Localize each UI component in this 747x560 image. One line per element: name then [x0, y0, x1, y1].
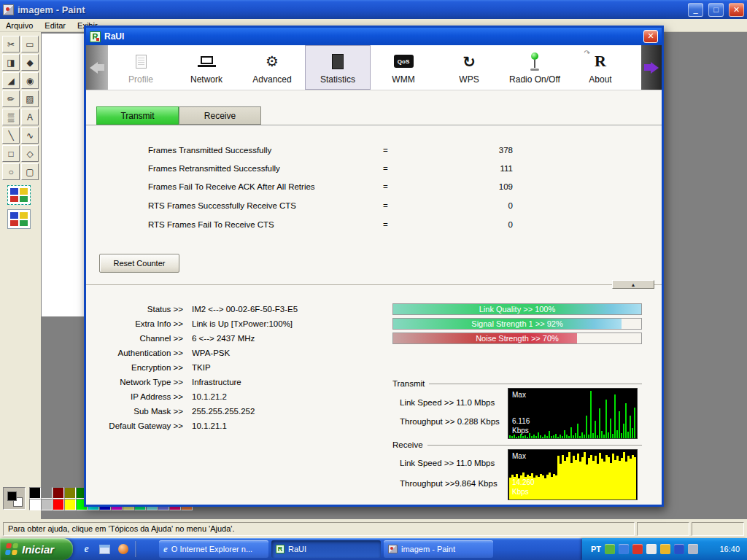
show-desktop-icon[interactable] — [98, 543, 111, 556]
minimize-button[interactable]: _ — [688, 3, 703, 17]
receive-max-value: 14.260 Kbps — [512, 478, 535, 497]
clipart-object-selected[interactable] — [7, 185, 31, 205]
start-button[interactable]: Iniciar — [0, 538, 73, 560]
chart-bar — [516, 437, 517, 438]
paint-tool-button[interactable]: ▭ — [21, 36, 39, 52]
paint-tool-button[interactable]: ◢ — [2, 72, 20, 89]
maximize-button[interactable]: □ — [708, 3, 724, 17]
paint-tool-button[interactable]: ╲ — [2, 127, 20, 144]
toolbar-scroll-left-button[interactable] — [86, 45, 108, 90]
language-indicator[interactable]: PT — [591, 545, 601, 553]
chart-bar — [616, 430, 618, 438]
paint-titlebar[interactable]: imagem - Paint _ □ ✕ — [0, 0, 747, 19]
paint-tool-button[interactable]: ◆ — [21, 54, 39, 71]
paint-app-icon — [388, 545, 398, 553]
toolbar-wps[interactable]: ↻ WPS — [436, 45, 502, 90]
tray-icon[interactable] — [674, 544, 684, 554]
chart-bar — [592, 433, 594, 438]
current-colors-indicator — [3, 487, 26, 510]
collapse-panel-button[interactable]: ▲ — [612, 280, 654, 289]
toolbar-wmm[interactable]: QoS WMM — [371, 45, 436, 90]
color-swatch[interactable] — [53, 499, 64, 510]
chart-bar — [621, 433, 622, 438]
tray-icon[interactable] — [660, 544, 670, 554]
tray-icon[interactable] — [619, 544, 629, 554]
paint-tool-button[interactable]: A — [21, 109, 39, 125]
tab-receive[interactable]: Receive — [179, 106, 261, 125]
start-button-label: Iniciar — [22, 543, 54, 556]
tray-icon[interactable] — [688, 544, 698, 554]
toolbar-profile[interactable]: Profile — [108, 45, 174, 90]
stat-equals: = — [383, 182, 388, 191]
paint-tool-button[interactable]: ○ — [2, 163, 20, 180]
color-swatch[interactable] — [53, 487, 64, 499]
clipart-fragment — [10, 188, 18, 195]
tray-icon[interactable] — [605, 544, 615, 554]
close-button[interactable]: ✕ — [729, 3, 744, 17]
tray-icon[interactable] — [646, 544, 657, 554]
chart-bar — [605, 400, 607, 438]
paint-tool-button[interactable]: ◨ — [2, 54, 20, 71]
chart-bar — [612, 434, 614, 438]
chart-bar — [625, 403, 627, 438]
raui-close-button[interactable]: ✕ — [643, 30, 658, 43]
color-swatch[interactable] — [29, 499, 41, 510]
clipart-fragment — [10, 196, 18, 203]
toolbar-advanced[interactable]: ⚙ Advanced — [239, 45, 305, 90]
status-cell — [692, 522, 744, 536]
toolbar-network[interactable]: Network — [174, 45, 239, 90]
chart-bar — [614, 394, 616, 438]
internet-explorer-icon[interactable]: e — [80, 543, 93, 556]
reset-counter-button[interactable]: Reset Counter — [99, 254, 179, 273]
color-swatch[interactable] — [41, 499, 53, 510]
chart-bar — [551, 436, 552, 438]
tray-icon[interactable] — [632, 544, 643, 554]
paint-tool-button[interactable]: ▢ — [21, 163, 39, 180]
transmit-max-label: Max — [512, 391, 526, 399]
stat-label: Frames Retransmitted Successfully — [148, 164, 280, 173]
chart-bar — [595, 421, 596, 438]
toolbar-scroll-right-button[interactable] — [641, 45, 662, 90]
color-swatch[interactable] — [64, 499, 76, 510]
toolbar-network-label: Network — [190, 74, 222, 85]
windows-logo-icon — [5, 543, 18, 555]
taskbar-clock[interactable]: 16:40 — [719, 545, 740, 553]
clipart-object[interactable] — [7, 209, 31, 229]
chart-bar — [579, 436, 581, 438]
chart-bar — [540, 435, 541, 438]
paint-tool-button[interactable]: ◉ — [21, 72, 39, 89]
menu-editar[interactable]: Editar — [39, 20, 71, 31]
paint-tool-button[interactable]: ◇ — [21, 145, 39, 162]
taskbar-button-paint[interactable]: imagem - Paint — [384, 540, 493, 558]
menu-arquivo[interactable]: Arquivo — [0, 20, 39, 31]
taskbar-divider — [135, 541, 136, 557]
paint-tool-button[interactable]: ✏ — [2, 90, 20, 107]
toolbar-radio-on-off[interactable]: Radio On/Off — [502, 45, 568, 90]
forward-arrow-icon — [644, 62, 659, 74]
raui-titlebar[interactable]: R RaUI ✕ — [86, 28, 662, 45]
chart-bar — [584, 435, 585, 438]
color-swatch[interactable] — [41, 487, 53, 499]
color-swatch[interactable] — [64, 487, 76, 499]
paint-tool-button[interactable]: ∿ — [21, 127, 39, 144]
toolbar-statistics[interactable]: Statistics — [305, 45, 371, 90]
chart-bar — [562, 436, 563, 438]
info-row: Status >>IM2 <--> 00-02-6F-50-F3-E5 — [86, 305, 392, 319]
tab-transmit[interactable]: Transmit — [96, 106, 179, 125]
paint-tool-button[interactable]: ▨ — [21, 90, 39, 107]
transmit-max-value: 6.116 Kbps — [512, 416, 530, 435]
about-r-icon: R ↷ — [595, 50, 606, 72]
raui-app-icon: R — [276, 545, 285, 553]
taskbar-button-raui[interactable]: R RaUI — [271, 540, 381, 558]
chart-bar — [570, 427, 572, 438]
toolbar-about[interactable]: R ↷ About — [568, 45, 633, 90]
paint-tool-button[interactable]: ▒ — [2, 109, 20, 125]
taskbar-button-internet-explorer[interactable]: e O Internet Explorer n... — [159, 540, 268, 558]
chart-bar — [573, 435, 574, 438]
color-swatch[interactable] — [29, 487, 41, 499]
media-player-icon[interactable] — [117, 543, 129, 556]
info-value: Infrastructure — [192, 378, 241, 392]
paint-tool-button[interactable]: □ — [2, 145, 20, 162]
paint-tool-button[interactable]: ✂ — [2, 36, 20, 52]
paint-tool-palette: ✂▭◨◆◢◉✏▨▒A╲∿□◇○▢ — [0, 32, 41, 519]
